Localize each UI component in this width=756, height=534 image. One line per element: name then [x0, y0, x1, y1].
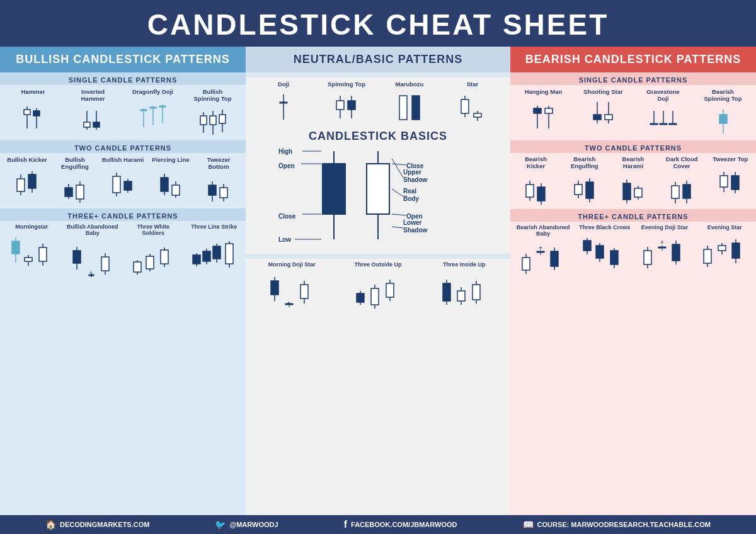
list-item: Tweezer Top	[711, 156, 749, 199]
svg-rect-247	[658, 247, 666, 248]
list-item: Bearish Harami	[614, 156, 652, 207]
svg-rect-49	[161, 178, 168, 191]
bullish-section: BULLISH CANDLESTICK PATTERNS SINGLE CAND…	[0, 47, 246, 515]
svg-rect-1	[24, 110, 30, 115]
bearish-two-header: TWO CANDLE PATTERNS	[510, 140, 756, 153]
svg-rect-109	[399, 96, 407, 120]
tweezer-bottom-chart	[200, 173, 238, 207]
svg-rect-215	[683, 185, 690, 198]
neutral-three-header	[246, 254, 510, 259]
svg-rect-61	[12, 241, 20, 254]
list-item: Morning Doji Star +	[265, 261, 319, 310]
bearish-single-header: SINGLE CANDLE PATTERNS	[510, 72, 756, 85]
pattern-label: Piercing Line	[152, 156, 190, 163]
svg-rect-70	[73, 251, 81, 263]
hanging-man-chart	[525, 97, 563, 132]
three-inside-up-chart	[437, 270, 491, 310]
svg-text:Close: Close	[406, 162, 424, 169]
list-item: Bullish Kicker	[5, 156, 49, 200]
bullish-two-row: Bullish Kicker Bullish Engulfing	[0, 153, 246, 208]
main-container: CANDLESTICK CHEAT SHEET BULLISH CANDLEST…	[0, 0, 756, 534]
bearish-section: BEARISH CANDLESTICK PATTERNS SINGLE CAND…	[510, 47, 756, 515]
bullish-title: BULLISH CANDLESTICK PATTERNS	[3, 53, 243, 66]
svg-text:+: +	[89, 270, 93, 275]
bearish-kicker-chart	[517, 172, 555, 207]
pattern-label: Bullish Kicker	[7, 156, 47, 163]
bearish-single-row: Hanging Man Shooting Star	[510, 85, 756, 140]
neutral-three-row: Morning Doji Star + T	[246, 259, 510, 313]
svg-rect-83	[146, 256, 154, 269]
list-item: Bearish Spinning Top	[701, 88, 745, 139]
bullish-header: BULLISH CANDLESTICK PATTERNS	[0, 47, 246, 72]
svg-rect-209	[634, 188, 642, 197]
dragonfly-doji-chart	[134, 97, 172, 132]
svg-rect-4	[33, 111, 40, 116]
dark-cloud-cover-chart	[663, 172, 701, 207]
bullish-three-row: Morningstar Bullish Abandoned Bab	[0, 221, 246, 282]
svg-rect-28	[219, 115, 226, 123]
svg-rect-101	[280, 102, 287, 103]
hammer-chart	[14, 97, 52, 132]
pattern-label: Bearish Kicker	[517, 156, 555, 170]
course-text: COURSE: MARWOODRESEARCH.TEACHABLE.COM	[537, 521, 711, 528]
bearish-title: BEARISH CANDLESTICK PATTERNS	[513, 53, 753, 66]
footer-facebook: f FACEBOOK.COM/JBMARWOOD	[344, 519, 457, 530]
pattern-label: Shooting Star	[583, 88, 622, 95]
list-item: Inverted Hammer	[71, 88, 115, 139]
pattern-label: Bullish Abandoned Baby	[66, 224, 119, 237]
list-item: Hanging Man	[522, 88, 566, 132]
svg-text:Open: Open	[406, 213, 423, 220]
svg-text:Shadow: Shadow	[403, 227, 428, 234]
svg-text:Low: Low	[278, 236, 291, 243]
gravestone-doji-chart	[644, 105, 682, 139]
svg-rect-110	[412, 96, 420, 120]
svg-rect-52	[172, 185, 180, 195]
shooting-star-chart	[585, 97, 622, 132]
svg-rect-55	[209, 185, 216, 195]
twitter-text: @MARWOODJ	[229, 521, 278, 528]
header: CANDLESTICK CHEAT SHEET	[0, 0, 756, 47]
list-item: Three Inside Up	[437, 261, 491, 310]
svg-rect-231	[551, 251, 558, 266]
list-item: Shooting Star	[581, 88, 626, 132]
svg-rect-176	[545, 108, 553, 113]
main-title: CANDLESTICK CHEAT SHEET	[0, 8, 756, 42]
svg-rect-13	[140, 110, 147, 111]
svg-rect-228	[537, 251, 544, 253]
svg-rect-95	[213, 246, 220, 259]
list-item: Bullish Engulfing	[53, 156, 97, 207]
bullish-three-header: THREE+ CANDLE PATTERNS	[0, 208, 246, 221]
pattern-label: Hanging Man	[525, 88, 563, 95]
pattern-label: Spinning Top	[328, 81, 365, 88]
svg-rect-115	[474, 113, 481, 117]
bearish-header: BEARISH CANDLESTICK PATTERNS	[510, 47, 756, 72]
pattern-label: Tweezer Bottom	[197, 156, 241, 171]
svg-rect-77	[101, 257, 109, 271]
pattern-label: Hammer	[21, 88, 45, 95]
list-item: Bearish Engulfing	[566, 156, 604, 207]
svg-rect-234	[583, 241, 591, 251]
svg-rect-64	[25, 258, 32, 261]
tweezer-top-chart	[711, 164, 749, 199]
bullish-spinning-top-chart	[194, 105, 232, 139]
pattern-label: Morningstar	[15, 224, 48, 230]
svg-rect-89	[193, 255, 200, 264]
svg-rect-10	[93, 122, 100, 127]
svg-rect-206	[623, 183, 631, 200]
pattern-label: Three Outside Up	[354, 261, 401, 268]
svg-rect-92	[203, 251, 210, 261]
bearish-two-row: Bearish Kicker Bearish Engulfing	[510, 153, 756, 209]
twitter-icon: 🐦	[215, 520, 226, 530]
svg-rect-22	[200, 116, 207, 125]
svg-rect-155	[357, 293, 364, 302]
svg-rect-164	[443, 283, 450, 301]
svg-text:Upper: Upper	[403, 169, 421, 176]
svg-rect-7	[84, 122, 90, 127]
list-item: Marubozu	[387, 81, 432, 124]
pattern-label: Doji	[278, 81, 289, 88]
svg-text:+: +	[660, 239, 664, 246]
svg-rect-194	[526, 185, 534, 197]
svg-rect-112	[461, 99, 469, 113]
pattern-label: Marubozu	[396, 81, 424, 88]
pattern-label: Bullish Engulfing	[53, 156, 97, 171]
